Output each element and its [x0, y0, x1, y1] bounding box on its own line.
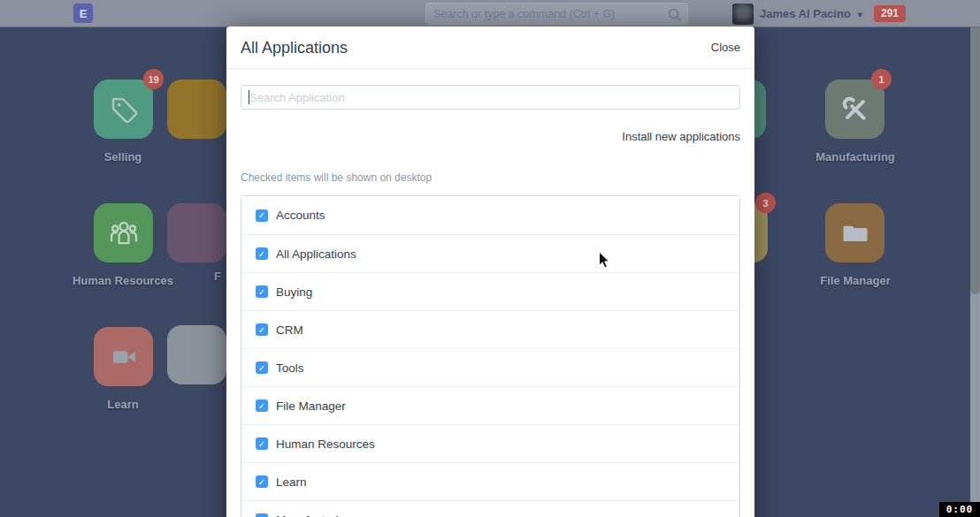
desk-screen: E James Al Pacino ▾ 291 19 Selling — [0, 0, 980, 517]
user-name: James Al Pacino — [760, 7, 851, 20]
modal-body: Install new applications Checked items w… — [226, 69, 754, 517]
application-list: ✓ Accounts ✓ All Applications ✓ Buying ✓… — [241, 195, 740, 517]
manufacturing-count-badge: 1 — [871, 69, 892, 89]
chevron-down-icon: ▾ — [857, 9, 862, 19]
tag-icon — [108, 94, 140, 125]
checkbox-checked-icon[interactable]: ✓ — [256, 437, 268, 450]
desktop-icon-learn[interactable] — [94, 327, 153, 386]
application-label: File Manager — [276, 399, 346, 413]
application-row-buying[interactable]: ✓ Buying — [241, 272, 739, 310]
desktop-icon-partial-left-2[interactable] — [167, 203, 226, 262]
tools-icon — [839, 94, 871, 125]
application-row-accounts[interactable]: ✓ Accounts — [241, 196, 739, 234]
checkbox-checked-icon[interactable]: ✓ — [256, 285, 268, 298]
close-button[interactable]: Close — [711, 27, 740, 69]
application-row-learn[interactable]: ✓ Learn — [241, 462, 739, 500]
recording-timer: 0:00 — [939, 502, 980, 517]
selling-count-badge: 19 — [143, 69, 164, 89]
application-row-manufacturing[interactable]: ✓ Manufacturing — [241, 500, 739, 517]
application-row-tools[interactable]: ✓ Tools — [241, 348, 739, 386]
notification-badge[interactable]: 291 — [874, 5, 906, 22]
application-row-all-applications[interactable]: ✓ All Applications — [241, 234, 739, 272]
desktop-icon-label: Selling — [43, 150, 203, 163]
desktop-icon-manufacturing[interactable] — [825, 80, 884, 139]
application-label: Accounts — [276, 209, 325, 222]
desktop-icon-partial-left-3[interactable] — [167, 325, 226, 384]
application-label: Tools — [276, 361, 304, 375]
all-applications-modal: All Applications Close Install new appli… — [226, 27, 754, 517]
search-icon — [667, 7, 682, 22]
application-label: Buying — [276, 285, 312, 299]
navbar: E James Al Pacino ▾ 291 — [0, 0, 980, 27]
desktop-icon-label: File Manager — [776, 274, 935, 287]
application-row-crm[interactable]: ✓ CRM — [241, 310, 739, 348]
video-camera-icon — [108, 341, 140, 373]
checked-items-hint: Checked items will be shown on desktop — [241, 171, 740, 184]
user-menu[interactable]: James Al Pacino ▾ — [760, 0, 862, 27]
desktop-icon-partial-left-1[interactable] — [167, 80, 226, 139]
page-scrollbar-thumb[interactable] — [970, 27, 980, 294]
folder-icon — [839, 217, 871, 249]
checkbox-checked-icon[interactable]: ✓ — [256, 361, 268, 374]
checkbox-checked-icon[interactable]: ✓ — [256, 513, 268, 517]
partial-icon-count-badge: 3 — [755, 193, 776, 213]
app-logo[interactable]: E — [73, 4, 93, 23]
desktop-icon-selling[interactable] — [94, 80, 153, 139]
checkbox-checked-icon[interactable]: ✓ — [256, 323, 268, 336]
application-label: All Applications — [276, 247, 356, 261]
checkbox-checked-icon[interactable]: ✓ — [256, 209, 268, 222]
desktop-icon-label: Manufacturing — [776, 150, 935, 163]
modal-header: All Applications Close — [226, 27, 754, 69]
application-row-human-resources[interactable]: ✓ Human Resources — [241, 424, 739, 462]
global-search — [425, 3, 688, 25]
application-row-file-manager[interactable]: ✓ File Manager — [241, 386, 739, 424]
page-scrollbar-track[interactable] — [970, 27, 980, 517]
people-icon — [107, 217, 141, 250]
application-label: Manufacturing — [276, 513, 352, 517]
application-label: CRM — [276, 323, 303, 337]
application-search-input[interactable] — [241, 85, 740, 110]
global-search-input[interactable] — [426, 4, 687, 24]
desktop-icon-label: Learn — [43, 398, 203, 411]
text-caret — [249, 90, 249, 104]
install-new-applications-link[interactable]: Install new applications — [241, 130, 740, 143]
checkbox-checked-icon[interactable]: ✓ — [256, 399, 268, 412]
desktop-icon-human-resources[interactable] — [94, 203, 153, 262]
application-label: Learn — [276, 475, 307, 489]
application-label: Human Resources — [276, 437, 375, 451]
user-avatar[interactable] — [732, 4, 754, 25]
desktop-icon-file-manager[interactable] — [825, 203, 884, 262]
checkbox-checked-icon[interactable]: ✓ — [256, 247, 268, 260]
modal-title: All Applications — [241, 27, 348, 69]
checkbox-checked-icon[interactable]: ✓ — [256, 475, 268, 488]
